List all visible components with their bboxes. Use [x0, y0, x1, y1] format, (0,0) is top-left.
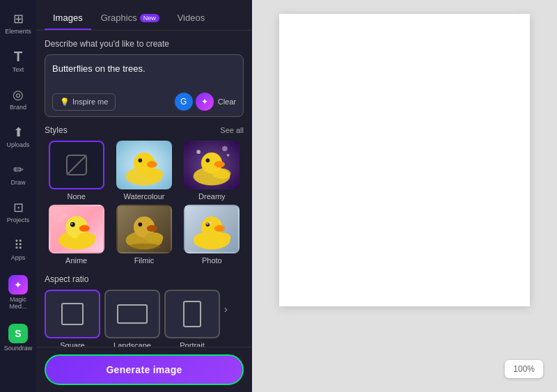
ai-icons: G ✦ — [175, 93, 214, 111]
style-item-watercolour[interactable]: Watercolour — [112, 141, 175, 201]
tab-images-label: Images — [53, 13, 83, 23]
svg-point-19 — [71, 224, 72, 225]
style-label-anime: Anime — [65, 256, 87, 265]
sidebar-item-text[interactable]: T Text — [1, 43, 35, 79]
inspire-me-button[interactable]: 💡 Inspire me — [52, 93, 116, 111]
prompt-text: Butterflies on the trees. — [52, 62, 236, 76]
style-item-photo[interactable]: Photo — [180, 205, 244, 265]
sidebar-item-apps[interactable]: ⠿ Apps — [1, 232, 35, 267]
svg-point-13 — [227, 154, 230, 157]
magic-generate-icon: ✦ — [196, 93, 214, 111]
svg-point-27 — [145, 233, 163, 243]
aspect-ratio-more-arrow[interactable]: › — [224, 290, 228, 315]
tab-graphics-badge: New — [140, 14, 159, 22]
aspect-label-landscape: Landscape — [113, 341, 151, 347]
svg-point-22 — [62, 213, 68, 219]
style-item-filmic[interactable]: Filmic — [112, 205, 175, 265]
magic-media-icon: ✦ — [8, 275, 28, 295]
svg-point-10 — [206, 159, 210, 163]
prompt-actions: 💡 Inspire me G ✦ Clear — [52, 93, 236, 111]
clear-button[interactable]: Clear — [218, 97, 236, 106]
main-panel: Images Graphics New Videos Describe what… — [36, 0, 252, 392]
sidebar-item-soundraw[interactable]: S Soundraw — [1, 318, 35, 357]
sidebar-item-brand[interactable]: ◎ Brand — [1, 81, 35, 116]
sidebar-item-label: Magic Med... — [4, 296, 32, 310]
style-thumb-watercolour — [116, 141, 172, 189]
prompt-box[interactable]: Butterflies on the trees. 💡 Inspire me G… — [45, 54, 244, 117]
aspect-label-portrait: Portrait — [180, 341, 204, 347]
aspect-item-square[interactable]: Square — [45, 290, 100, 347]
tab-videos-label: Videos — [178, 13, 205, 23]
aspect-item-landscape[interactable]: Landscape — [104, 290, 160, 347]
tabs-bar: Images Graphics New Videos — [36, 0, 252, 31]
svg-point-5 — [138, 159, 142, 163]
square-shape — [61, 303, 84, 325]
draw-icon: ✏ — [13, 162, 24, 178]
projects-icon: ⊡ — [13, 200, 24, 215]
sidebar-item-label: Text — [13, 66, 24, 73]
portrait-shape — [183, 301, 201, 327]
svg-point-18 — [70, 222, 75, 227]
svg-point-11 — [212, 168, 230, 179]
style-item-none[interactable]: None — [45, 141, 108, 201]
style-thumb-filmic — [116, 205, 172, 253]
sidebar-item-elements[interactable]: ⊞ Elements — [1, 6, 35, 40]
aspect-thumb-portrait — [164, 290, 220, 338]
sidebar-item-label: Draw — [10, 179, 25, 186]
sidebar-item-label: Apps — [11, 254, 26, 261]
generate-image-button[interactable]: Generate image — [45, 354, 244, 385]
chevron-right-icon: › — [224, 304, 228, 315]
sidebar-item-projects[interactable]: ⊡ Projects — [1, 194, 35, 229]
svg-point-14 — [222, 146, 228, 152]
tab-graphics[interactable]: Graphics New — [93, 7, 168, 30]
style-label-none: None — [68, 192, 86, 201]
style-label-photo: Photo — [202, 256, 222, 265]
prompt-section-title: Describe what you'd like to create — [45, 39, 244, 49]
svg-point-6 — [145, 168, 163, 179]
generate-area: Generate image — [36, 347, 252, 392]
canvas-toolbar: 100% — [505, 360, 543, 378]
canvas-white — [279, 14, 530, 306]
zoom-level: 100% — [513, 364, 535, 374]
svg-point-4 — [147, 161, 157, 167]
style-label-dreamy: Dreamy — [198, 192, 226, 201]
aspect-thumb-square — [45, 290, 100, 338]
canvas-area: 100% — [252, 0, 557, 392]
aspect-ratio-title: Aspect ratio — [45, 274, 244, 284]
icon-sidebar: ⊞ Elements T Text ◎ Brand ⬆ Uploads ✏ Dr… — [0, 0, 36, 392]
sidebar-item-label: Elements — [5, 28, 31, 35]
svg-point-31 — [214, 225, 225, 231]
style-thumb-photo — [184, 205, 240, 253]
svg-line-1 — [67, 155, 86, 175]
style-thumb-none — [49, 141, 104, 189]
tab-graphics-label: Graphics — [101, 13, 137, 23]
aspect-thumb-landscape — [104, 290, 160, 338]
styles-grid: None Watercolour — [45, 141, 244, 265]
aspect-item-portrait[interactable]: Portrait — [164, 290, 220, 347]
styles-section-title: Styles — [45, 125, 68, 135]
style-item-dreamy[interactable]: Dreamy — [180, 141, 244, 201]
style-label-watercolour: Watercolour — [124, 192, 165, 201]
gemini-icon: G — [175, 93, 193, 111]
sidebar-item-magic-media[interactable]: ✦ Magic Med... — [1, 269, 35, 315]
sidebar-item-label: Projects — [7, 217, 30, 224]
sidebar-item-label: Uploads — [6, 141, 29, 148]
elements-icon: ⊞ — [13, 11, 24, 26]
tab-images[interactable]: Images — [45, 7, 91, 30]
inspire-me-label: Inspire me — [72, 97, 108, 106]
style-none-icon — [50, 142, 103, 188]
sidebar-item-uploads[interactable]: ⬆ Uploads — [1, 119, 35, 154]
styles-header: Styles See all — [45, 125, 244, 135]
style-label-filmic: Filmic — [134, 256, 155, 265]
svg-point-9 — [214, 161, 225, 167]
svg-point-25 — [147, 225, 157, 231]
sidebar-item-draw[interactable]: ✏ Draw — [1, 157, 35, 191]
style-item-anime[interactable]: Anime — [45, 205, 108, 265]
aspect-ratio-section: Aspect ratio Square Landscape — [45, 274, 244, 347]
soundraw-icon: S — [8, 324, 28, 343]
tab-videos[interactable]: Videos — [169, 7, 214, 30]
style-thumb-anime — [49, 205, 104, 253]
inspire-icon: 💡 — [60, 97, 70, 107]
apps-icon: ⠿ — [14, 237, 23, 253]
see-all-link[interactable]: See all — [220, 126, 244, 134]
